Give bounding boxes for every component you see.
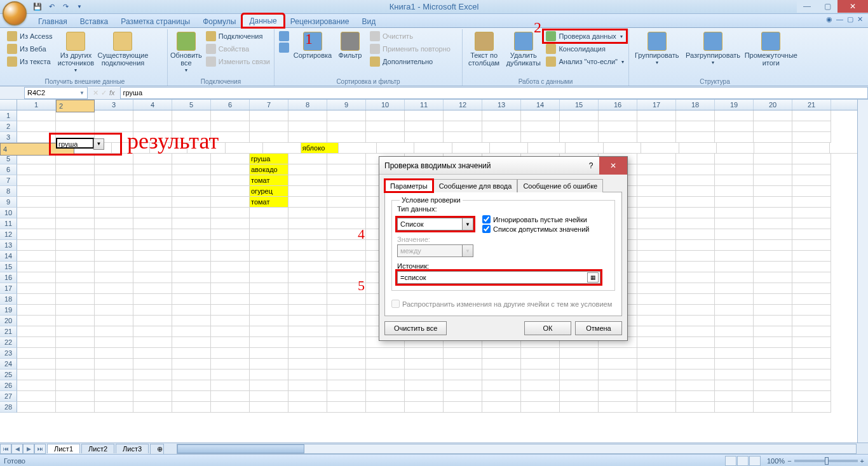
cell[interactable] [637,348,676,359]
cell[interactable] [95,121,133,132]
cell[interactable] [133,272,172,283]
cell[interactable] [637,359,676,369]
cell[interactable] [133,154,172,164]
cell[interactable] [637,369,676,380]
type-select[interactable]: Список▼ [397,218,473,230]
sheet-tab-2[interactable]: Лист2 [81,444,114,453]
first-sheet-button[interactable]: ⏮ [0,444,11,454]
cell[interactable] [250,132,288,143]
cell[interactable] [521,380,560,391]
cell[interactable] [327,251,366,262]
cell[interactable] [327,110,366,121]
cell[interactable] [560,121,599,132]
cell[interactable] [327,402,366,413]
cell[interactable] [133,240,172,251]
cell[interactable] [792,316,831,326]
cell[interactable] [792,369,831,380]
cell[interactable] [754,391,792,402]
cell[interactable] [792,272,831,283]
cell[interactable] [95,369,133,380]
cell[interactable] [17,229,56,240]
row-header[interactable]: 20 [0,316,17,326]
cell[interactable] [250,218,288,229]
cell[interactable] [637,132,676,143]
cell[interactable] [754,262,792,272]
cell[interactable] [676,391,715,402]
cell[interactable] [172,337,211,348]
view-page-break-button[interactable] [749,456,761,466]
cell[interactable] [327,272,366,283]
cell[interactable] [637,337,676,348]
cell[interactable] [95,326,133,337]
cell[interactable] [754,316,792,326]
cell[interactable] [133,218,172,229]
cell[interactable] [676,175,715,186]
cell[interactable] [95,262,133,272]
cell[interactable] [56,175,95,186]
row-header[interactable]: 6 [0,164,17,175]
cell[interactable] [637,262,676,272]
cell[interactable] [250,369,288,380]
cell[interactable] [327,380,366,391]
row-header[interactable]: 10 [0,208,17,218]
restore-window-icon[interactable]: ▢ [847,15,853,23]
cell[interactable] [676,132,715,143]
cell[interactable] [599,132,637,143]
cell[interactable] [95,402,133,413]
cell[interactable] [366,132,405,143]
cell[interactable] [288,218,327,229]
row-header[interactable]: 27 [0,391,17,402]
cell[interactable] [95,229,133,240]
cell[interactable] [56,359,95,369]
cell[interactable] [288,240,327,251]
cell[interactable] [676,337,715,348]
prev-sheet-button[interactable]: ◀ [11,444,23,454]
cell[interactable] [95,154,133,164]
cell[interactable] [211,229,250,240]
from-access-button[interactable]: Из Access [5,30,54,42]
cell[interactable] [250,380,288,391]
cell[interactable] [56,240,95,251]
cell[interactable] [366,359,405,369]
cell[interactable] [172,359,211,369]
cell[interactable] [288,229,327,240]
cell[interactable] [327,359,366,369]
cell[interactable] [560,348,599,359]
cell[interactable] [754,348,792,359]
select-all-corner[interactable] [0,100,17,110]
cell[interactable] [17,380,56,391]
existing-connections-button[interactable]: Существующие подключения [97,30,148,67]
cell[interactable] [95,391,133,402]
cell[interactable] [288,369,327,380]
cell[interactable] [560,110,599,121]
cell[interactable] [17,208,56,218]
cell[interactable] [172,316,211,326]
cell[interactable] [172,272,211,283]
cell[interactable] [17,262,56,272]
cell[interactable] [56,283,95,294]
row-header[interactable]: 18 [0,294,17,305]
cell[interactable] [17,121,56,132]
cell[interactable] [715,391,754,402]
cell[interactable] [17,240,56,251]
cell[interactable] [133,121,172,132]
cell[interactable] [754,240,792,251]
cell[interactable] [17,326,56,337]
cell[interactable] [211,316,250,326]
cell[interactable] [172,262,211,272]
cell[interactable] [172,229,211,240]
cell[interactable] [327,262,366,272]
column-header[interactable]: 4 [133,100,172,110]
cell[interactable] [366,348,405,359]
cell[interactable] [133,316,172,326]
cell[interactable] [172,121,211,132]
cell[interactable] [95,305,133,316]
cell[interactable] [366,391,405,402]
cell[interactable] [211,218,250,229]
cell[interactable] [521,359,560,369]
cell[interactable] [637,402,676,413]
cell[interactable] [211,337,250,348]
tab-home[interactable]: Главная [32,15,74,27]
cell[interactable] [405,359,444,369]
cell[interactable] [715,380,754,391]
